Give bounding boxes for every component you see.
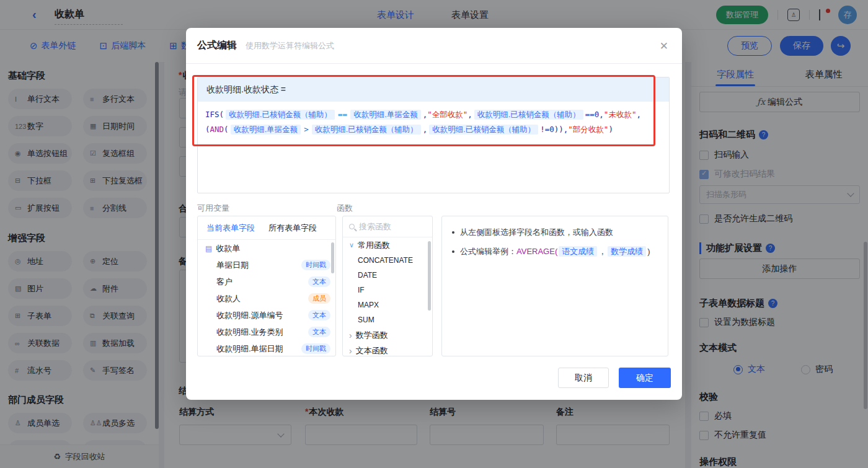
formula-token-field: 收款明细.单据金额 xyxy=(231,125,301,135)
variable-name: 客户 xyxy=(216,276,232,288)
example-function-name: AVERAGE( xyxy=(516,247,557,256)
function-search-input[interactable] xyxy=(359,222,415,231)
formula-line-1: IFS(收款明细.已核销金额（辅助）==收款明细.单据金额,"全部收款",收款明… xyxy=(205,107,662,122)
variable-name: 收款明细.单据日期 xyxy=(216,343,283,355)
variable-name: 收款明细.源单编号 xyxy=(216,310,283,321)
formula-token-str: "未收款" xyxy=(604,110,637,119)
formula-editor-modal: 公式编辑 使用数学运算符编辑公式 ✕ 收款明细.收款状态 = IFS(收款明细.… xyxy=(186,28,682,400)
tab-all-form-fields[interactable]: 所有表单字段 xyxy=(268,223,317,234)
variable-type-badge: 文本 xyxy=(308,327,330,337)
app-window: ‹ 收款单 表单设计 表单设置 数据管理 ♙ 存 ⊘ 表单外链 xyxy=(0,0,868,468)
formula-token-kw: , xyxy=(636,110,641,119)
chevron-down-icon: ∨ xyxy=(349,241,354,249)
variables-scrollbar[interactable] xyxy=(331,242,334,273)
formula-token-kw: ) xyxy=(608,125,613,134)
function-group-math[interactable]: › 数学函数 xyxy=(343,327,432,343)
function-list: CONCATENATEDATEIFMAPXSUM xyxy=(343,253,432,327)
tip-line-2: 公式编辑举例：AVERAGE(语文成绩，数学成绩) xyxy=(452,244,658,259)
formula-line-2: (AND(收款明细.单据金额>收款明细.已核销金额（辅助）,收款明细.已核销金额… xyxy=(205,122,662,137)
function-group-common[interactable]: ∨ 常用函数 xyxy=(343,237,432,253)
formula-token-field: 收款明细.已核销金额（辅助） xyxy=(226,110,335,120)
formula-code[interactable]: IFS(收款明细.已核销金额（辅助）==收款明细.单据金额,"全部收款",收款明… xyxy=(198,102,669,143)
formula-token-str: "部分收款" xyxy=(568,125,608,134)
function-item[interactable]: MAPX xyxy=(343,298,432,312)
tab-current-form-fields[interactable]: 当前表单字段 xyxy=(206,223,255,234)
variable-type-badge: 成员 xyxy=(308,293,330,304)
chevron-right-icon: › xyxy=(349,332,352,338)
modal-title: 公式编辑 xyxy=(197,39,237,52)
variable-type-badge: 文本 xyxy=(308,276,330,287)
formula-token-field: 收款明细.已核销金额（辅助） xyxy=(429,125,538,135)
variable-item[interactable]: 收款明细.单据日期 时间戳 xyxy=(198,340,335,356)
function-search xyxy=(343,216,432,237)
function-item[interactable]: IF xyxy=(343,283,432,298)
functions-scrollbar[interactable] xyxy=(428,241,431,311)
variables-root-node[interactable]: ▤ 收款单 xyxy=(198,240,335,257)
formula-editor[interactable]: 收款明细.收款状态 = IFS(收款明细.已核销金额（辅助）==收款明细.单据金… xyxy=(197,77,670,193)
variable-item[interactable]: 收款明细.业务类别 文本 xyxy=(198,324,335,340)
variables-panel: 当前表单字段 所有表单字段 ▤ 收款单 单据日期 时间戳 客户 文本 收款人 xyxy=(197,216,336,356)
formula-token-field: 收款明细.已核销金额（辅助） xyxy=(312,125,421,135)
document-icon: ▤ xyxy=(205,244,212,253)
confirm-button[interactable]: 确定 xyxy=(619,368,671,388)
formula-token-kw: ( xyxy=(205,125,210,134)
formula-token-kw: !=0)) xyxy=(540,125,564,134)
example-field-chip: 数学成绩 xyxy=(608,246,646,257)
tip-line-1: 从左侧面板选择字段名和函数，或输入函数 xyxy=(452,224,658,240)
variable-item[interactable]: 客户 文本 xyxy=(198,273,335,290)
modal-subtitle: 使用数学运算符编辑公式 xyxy=(246,40,334,51)
function-item[interactable]: SUM xyxy=(343,312,432,327)
formula-token-kw: ( xyxy=(224,125,229,134)
example-field-chip: 语文成绩 xyxy=(559,246,597,257)
formula-token-field: 收款明细.已核销金额（辅助） xyxy=(474,110,583,120)
variable-name: 收款人 xyxy=(216,293,241,304)
variables-tabs: 当前表单字段 所有表单字段 xyxy=(198,216,335,240)
functions-label: 函数 xyxy=(337,203,353,214)
formula-token-kw: , xyxy=(467,110,472,119)
function-group-text[interactable]: › 文本函数 xyxy=(343,343,432,356)
modal-header: 公式编辑 使用数学运算符编辑公式 ✕ xyxy=(186,28,682,64)
variable-item[interactable]: 收款明细.源单编号 文本 xyxy=(198,307,335,324)
formula-token-and: AND xyxy=(210,125,224,134)
formula-token-op: == xyxy=(337,110,348,119)
tips-panel: 从左侧面板选择字段名和函数，或输入函数 公式编辑举例：AVERAGE(语文成绩，… xyxy=(441,216,668,356)
variable-type-badge: 时间戳 xyxy=(301,260,330,270)
search-icon xyxy=(349,224,355,229)
variable-name: 收款明细.业务类别 xyxy=(216,327,283,338)
formula-token-kw: ==0 xyxy=(585,110,600,119)
formula-token-field: 收款明细.单据金额 xyxy=(350,110,420,120)
variable-item[interactable]: 收款人 成员 xyxy=(198,290,335,307)
cancel-button[interactable]: 取消 xyxy=(558,368,609,388)
function-item[interactable]: CONCATENATE xyxy=(343,253,432,268)
chevron-right-icon: › xyxy=(349,348,352,354)
formula-token-kw: IFS( xyxy=(205,110,224,119)
close-icon[interactable]: ✕ xyxy=(660,40,668,53)
function-item[interactable]: DATE xyxy=(343,268,432,283)
formula-target: 收款明细.收款状态 = xyxy=(198,77,669,102)
formula-token-op: > xyxy=(303,125,310,134)
variable-type-badge: 文本 xyxy=(308,310,330,320)
variable-name: 单据日期 xyxy=(216,260,249,271)
functions-panel: ∨ 常用函数 CONCATENATEDATEIFMAPXSUM › 数学函数 ›… xyxy=(342,216,433,356)
variables-list: 单据日期 时间戳 客户 文本 收款人 成员 收款明细.源单编号 文本 收款明细.… xyxy=(198,257,335,356)
formula-token-kw: , xyxy=(599,110,604,119)
formula-token-kw: , xyxy=(423,125,428,134)
formula-token-str: "全部收款" xyxy=(427,110,467,119)
variable-item[interactable]: 单据日期 时间戳 xyxy=(198,257,335,273)
variables-label: 可用变量 xyxy=(197,203,229,214)
variable-type-badge: 时间戳 xyxy=(301,343,330,354)
